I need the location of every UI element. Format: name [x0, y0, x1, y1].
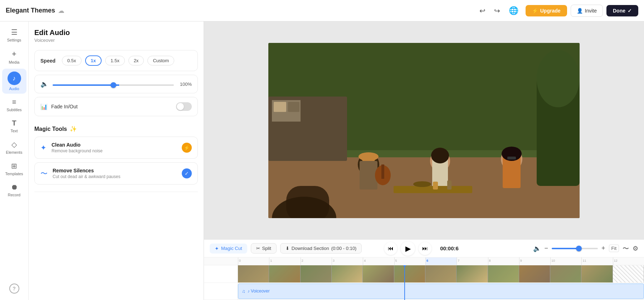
- help-icon: ?: [9, 284, 19, 294]
- svg-rect-12: [381, 164, 384, 179]
- split-button[interactable]: ✂ Split: [251, 243, 277, 254]
- topbar-center: ↩ ↪ 🌐: [477, 5, 521, 17]
- sidebar-item-media[interactable]: + Media: [2, 46, 26, 67]
- check-icon: ✓: [185, 171, 189, 176]
- sidebar-item-label: Text: [10, 129, 18, 133]
- left-panel: Edit Audio Voiceover Speed 0.5x 1x 1.5x …: [29, 21, 204, 300]
- upgrade-button[interactable]: ⚡ Upgrade: [526, 5, 567, 16]
- timeline-right-controls: 🔈 − + Fit 〜 ⚙: [533, 244, 638, 253]
- invite-button[interactable]: 👤 Invite: [571, 5, 603, 17]
- svg-rect-17: [503, 157, 521, 188]
- video-scene: [268, 43, 580, 218]
- speed-btn-custom[interactable]: Custom: [147, 56, 174, 65]
- sidebar-item-audio[interactable]: ♪ Audio: [2, 69, 26, 94]
- ruler-mark: 5: [394, 257, 425, 265]
- upgrade-badge: ⚡: [182, 143, 192, 153]
- download-section-button[interactable]: ⬇ Download Section (0:00 - 0:10): [280, 243, 362, 254]
- sidebar-item-text[interactable]: T Text: [2, 116, 26, 136]
- ruler-mark: 6: [425, 257, 457, 265]
- sidebar-item-label: Audio: [9, 87, 19, 91]
- remove-silences-text: Remove Silences Cut out dead air & awkwa…: [53, 168, 177, 179]
- timeline-settings-icon[interactable]: ⚙: [633, 245, 638, 252]
- remove-silences-icon: 〜: [40, 169, 48, 178]
- zoom-slider[interactable]: [552, 248, 598, 249]
- magic-cut-icon: ✦: [215, 246, 219, 251]
- fade-section: 📊 Fade In/Out: [34, 97, 198, 116]
- ruler-marks: 0 1 2 3 4 5 6 7 8 9 10 11 12: [238, 257, 644, 265]
- thumb-5: [363, 265, 394, 282]
- volume-slider[interactable]: [53, 84, 174, 86]
- remove-silences-desc: Cut out dead air & awkward pauses: [53, 174, 177, 179]
- rewind-button[interactable]: ⏮: [384, 242, 397, 255]
- svg-rect-10: [362, 153, 375, 161]
- fade-chart-icon: 📊: [40, 103, 48, 110]
- svg-point-25: [537, 50, 580, 107]
- speed-btn-0.5x[interactable]: 0.5x: [62, 56, 82, 65]
- magic-tools-title: Magic Tools: [34, 126, 67, 132]
- speed-btn-2x[interactable]: 2x: [128, 56, 144, 65]
- globe-button[interactable]: 🌐: [506, 5, 521, 17]
- undo-button[interactable]: ↩: [477, 5, 488, 16]
- download-icon: ⬇: [286, 246, 289, 251]
- playback-controls: ⏮ ▶ ⏭ 00:00:6: [384, 241, 464, 256]
- fade-row: 📊 Fade In/Out: [40, 102, 192, 111]
- play-button[interactable]: ▶: [401, 241, 415, 256]
- clean-audio-icon: ✦: [40, 143, 47, 152]
- voiceover-track-content[interactable]: ♫ ♪ Voiceover: [238, 283, 644, 300]
- voiceover-track-label: [204, 283, 238, 300]
- playhead[interactable]: [404, 265, 405, 300]
- svg-rect-22: [447, 181, 452, 190]
- zoom-out-icon[interactable]: −: [545, 245, 548, 252]
- svg-rect-5: [274, 102, 286, 112]
- panel-subtitle: Voiceover: [34, 38, 198, 43]
- fade-label: Fade In/Out: [51, 104, 78, 109]
- remove-silences-card[interactable]: 〜 Remove Silences Cut out dead air & awk…: [34, 162, 198, 185]
- ruler-mark: 2: [301, 257, 332, 265]
- voiceover-track[interactable]: ♫ ♪ Voiceover: [238, 284, 644, 299]
- zoom-in-icon[interactable]: +: [601, 245, 605, 252]
- sidebar-item-record[interactable]: ⏺ Record: [2, 180, 26, 200]
- redo-button[interactable]: ↪: [491, 5, 503, 16]
- video-track-label: [204, 265, 238, 282]
- checkmark-icon: ✓: [628, 8, 632, 14]
- speed-label: Speed: [40, 58, 55, 64]
- sidebar-item-help[interactable]: ?: [2, 281, 26, 296]
- speed-btn-1.5x[interactable]: 1.5x: [105, 56, 125, 65]
- clean-audio-card[interactable]: ✦ Clean Audio Remove background noise ⚡: [34, 137, 198, 159]
- volume-value: 100%: [178, 82, 192, 87]
- clean-audio-text: Clean Audio Remove background noise: [52, 142, 177, 153]
- fit-label[interactable]: Fit: [609, 245, 619, 252]
- magic-cut-button[interactable]: ✦ Magic Cut: [210, 244, 247, 254]
- sidebar-item-templates[interactable]: ⊞ Templates: [2, 159, 26, 179]
- sidebar-item-label: Media: [9, 60, 20, 64]
- upgrade-lightning-icon: ⚡: [184, 145, 190, 151]
- fade-toggle[interactable]: [176, 102, 192, 111]
- music-note-icon: ♫: [242, 289, 245, 294]
- thumb-2: [269, 265, 300, 282]
- sidebar-item-settings[interactable]: ☰ Settings: [2, 25, 26, 45]
- thumb-3: [301, 265, 332, 282]
- plus-icon: +: [12, 49, 16, 59]
- topbar-left: Elegant Themes ☁: [6, 7, 472, 15]
- text-icon: T: [12, 119, 16, 127]
- ruler-mark: 8: [488, 257, 519, 265]
- ruler-mark: 0: [238, 257, 269, 265]
- sidebar-item-elements[interactable]: ◇ Elements: [2, 137, 26, 157]
- sidebar-item-label: Record: [8, 193, 20, 197]
- voiceover-track-row: ♫ ♪ Voiceover: [204, 283, 644, 300]
- ruler-mark: 3: [332, 257, 363, 265]
- forward-button[interactable]: ⏭: [419, 242, 431, 255]
- right-area: ✦ Magic Cut ✂ Split ⬇ Download Section (…: [204, 21, 644, 300]
- record-icon: ⏺: [11, 183, 18, 191]
- check-badge: ✓: [182, 168, 192, 178]
- templates-icon: ⊞: [11, 162, 17, 170]
- rewind-icon: ⏮: [388, 245, 394, 252]
- video-track-content[interactable]: [238, 265, 644, 282]
- done-button[interactable]: Done ✓: [606, 5, 638, 16]
- ruler-mark: 10: [550, 257, 581, 265]
- elements-icon: ◇: [11, 140, 17, 149]
- sidebar-item-subtitles[interactable]: ≡ Subtitles: [2, 95, 26, 115]
- volume-section: 🔈 100%: [34, 75, 198, 93]
- speed-btn-1x[interactable]: 1x: [85, 55, 102, 66]
- timeline-area: ✦ Magic Cut ✂ Split ⬇ Download Section (…: [204, 239, 644, 300]
